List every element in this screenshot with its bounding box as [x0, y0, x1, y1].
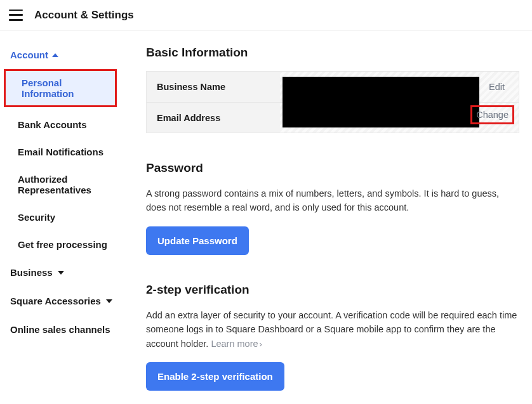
update-password-button[interactable]: Update Password: [146, 226, 249, 255]
two-step-description: Add an extra layer of security to your a…: [146, 308, 519, 351]
sidebar: Account Personal Information Bank Accoun…: [0, 30, 133, 404]
two-step-heading: 2-step verification: [146, 283, 519, 297]
sidebar-item-personal-information[interactable]: Personal Information: [4, 69, 117, 107]
sidebar-item-get-free-processing[interactable]: Get free processing: [0, 231, 133, 258]
sidebar-item-email-notifications[interactable]: Email Notifications: [0, 138, 133, 166]
basic-info-heading: Basic Information: [146, 46, 519, 60]
edit-business-name[interactable]: Edit: [475, 82, 519, 92]
sidebar-item-bank-accounts[interactable]: Bank Accounts: [0, 111, 133, 138]
nav-group-business[interactable]: Business: [0, 258, 133, 287]
nav-group-account-label: Account: [10, 49, 48, 60]
nav-group-account[interactable]: Account: [0, 47, 133, 69]
enable-two-step-button[interactable]: Enable 2-step verification: [146, 362, 284, 391]
sidebar-item-security[interactable]: Security: [0, 204, 133, 231]
nav-group-online-sales-channels[interactable]: Online sales channels: [0, 315, 133, 344]
page-title: Account & Settings: [34, 9, 134, 22]
password-section: Password A strong password contains a mi…: [146, 161, 519, 255]
nav-group-accessories-label: Square Accessories: [10, 296, 101, 306]
business-name-label: Business Name: [147, 72, 280, 102]
two-step-desc-text: Add an extra layer of security to your a…: [146, 310, 517, 349]
two-step-section: 2-step verification Add an extra layer o…: [146, 283, 519, 391]
caret-up-icon: [52, 53, 58, 57]
topbar: Account & Settings: [0, 0, 532, 30]
learn-more-link[interactable]: Learn more›: [211, 339, 262, 349]
password-description: A strong password contains a mix of numb…: [146, 186, 519, 215]
sidebar-item-authorized-representatives[interactable]: Authorized Representatives: [0, 166, 133, 204]
nav-group-square-accessories[interactable]: Square Accessories: [0, 287, 133, 315]
hamburger-icon[interactable]: [9, 10, 23, 21]
nav-group-business-label: Business: [10, 267, 53, 278]
email-label: Email Address: [147, 103, 280, 133]
caret-down-icon: [58, 271, 64, 275]
password-heading: Password: [146, 161, 519, 175]
caret-down-icon: [106, 299, 112, 303]
change-email-button[interactable]: Change: [472, 107, 512, 122]
basic-info-table: Business Name Edit Email Address x Chang…: [146, 71, 519, 133]
nav-group-online-label: Online sales channels: [10, 324, 110, 335]
caret-right-icon: ›: [260, 339, 262, 349]
content: Basic Information Business Name Edit Ema…: [133, 30, 532, 404]
learn-more-text: Learn more: [211, 339, 258, 349]
redacted-block: [283, 77, 479, 127]
